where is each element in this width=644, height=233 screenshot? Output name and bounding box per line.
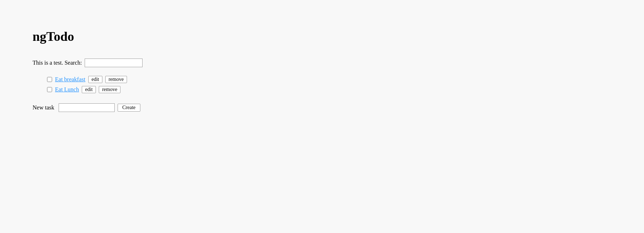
edit-button-2[interactable]: edit [82,86,96,93]
search-input[interactable] [85,59,143,67]
page-container: ngTodo This is a test. Search: Eat break… [0,0,644,126]
remove-button-2[interactable]: remove [99,86,120,93]
new-task-input[interactable] [59,103,115,112]
todo-checkbox-1[interactable] [47,77,52,82]
search-row: This is a test. Search: [33,59,611,67]
create-button[interactable]: Create [118,104,140,112]
new-task-row: New task Create [33,103,611,112]
todo-checkbox-2[interactable] [47,87,52,92]
todo-list: Eat breakfast edit remove Eat Lunch edit… [47,76,611,93]
remove-button-1[interactable]: remove [105,76,127,83]
edit-button-1[interactable]: edit [88,76,102,83]
table-row: Eat breakfast edit remove [47,76,611,83]
todo-link-2[interactable]: Eat Lunch [55,86,79,93]
todo-link-1[interactable]: Eat breakfast [55,76,85,83]
table-row: Eat Lunch edit remove [47,86,611,93]
app-title: ngTodo [33,29,611,44]
new-task-label: New task [33,104,54,111]
search-label: This is a test. Search: [33,60,82,66]
